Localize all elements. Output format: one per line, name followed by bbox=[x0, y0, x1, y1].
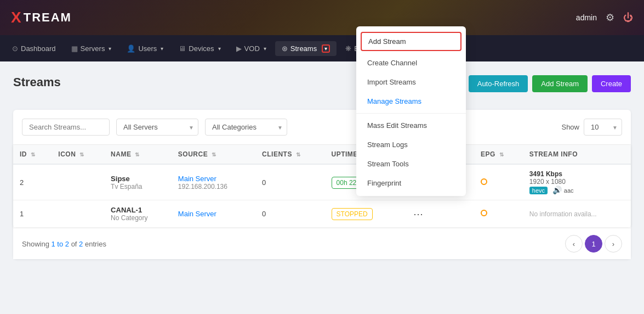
nav-devices[interactable]: 🖥 Devices ▾ bbox=[172, 41, 227, 56]
nav-streams[interactable]: ⊛ Streams ▾ bbox=[275, 41, 337, 56]
dropdown-add-stream[interactable]: Add Stream bbox=[361, 32, 461, 51]
cell-epg bbox=[474, 200, 523, 228]
devices-icon: 🖥 bbox=[179, 44, 186, 53]
col-clients[interactable]: CLIENTS ⇅ bbox=[255, 145, 324, 164]
create-button[interactable]: Create bbox=[592, 75, 631, 92]
table-container: ID ⇅ ICON ⇅ NAME ⇅ SOURCE ⇅ CLIENTS ⇅ UP… bbox=[13, 145, 631, 228]
stream-info: 3491 Kbps 1920 x 1080 hevc 🔊 aac bbox=[529, 170, 624, 194]
page-content: Streams 🔍 Auto-Refresh Add Stream Create… bbox=[0, 61, 644, 272]
auto-refresh-button[interactable]: Auto-Refresh bbox=[469, 75, 528, 92]
stream-name: Sipse bbox=[111, 175, 165, 183]
cell-icon bbox=[52, 200, 104, 228]
pagination-area: Showing 1 to 2 of 2 entries ‹ 1 › bbox=[13, 228, 631, 259]
dropdown-stream-tools[interactable]: Stream Tools bbox=[356, 154, 466, 173]
streams-table: ID ⇅ ICON ⇅ NAME ⇅ SOURCE ⇅ CLIENTS ⇅ UP… bbox=[13, 145, 631, 228]
col-stream-info: STREAM INFO bbox=[523, 145, 631, 164]
source-link[interactable]: Main Server bbox=[178, 175, 249, 183]
epg-status-dot bbox=[481, 178, 487, 185]
vod-icon: ▶ bbox=[236, 44, 242, 53]
cell-icon bbox=[52, 164, 104, 200]
bouquets-icon: ❋ bbox=[345, 44, 351, 53]
show-select-wrap: 10 25 50 100 bbox=[584, 119, 622, 136]
nav-vod[interactable]: ▶ VOD ▾ bbox=[230, 41, 273, 56]
col-name[interactable]: NAME ⇅ bbox=[104, 145, 172, 164]
nav-dashboard[interactable]: ⊙ Dashboard bbox=[5, 41, 62, 56]
source-ip: 192.168.200.136 bbox=[178, 183, 249, 190]
cell-id: 2 bbox=[13, 164, 52, 200]
total-entries: 2 bbox=[79, 240, 83, 248]
nav-devices-label: Devices bbox=[189, 44, 214, 53]
page-1-button[interactable]: 1 bbox=[585, 235, 602, 253]
server-select-wrap: All Servers Main Server bbox=[116, 119, 198, 136]
header: X TREAM admin ⚙ ⏻ bbox=[0, 0, 644, 35]
source-link[interactable]: Main Server bbox=[178, 210, 249, 218]
resolution: 1920 x 1080 bbox=[529, 178, 566, 186]
show-select[interactable]: 10 25 50 100 bbox=[584, 119, 622, 136]
nav: ⊙ Dashboard ▦ Servers ▾ 👤 Users ▾ 🖥 Devi… bbox=[0, 35, 644, 61]
category-select[interactable]: All Categories bbox=[205, 119, 287, 136]
audio-icon: 🔊 bbox=[552, 186, 562, 194]
vod-chevron: ▾ bbox=[264, 46, 266, 52]
stream-sub: Tv España bbox=[111, 183, 165, 190]
search-input[interactable] bbox=[22, 119, 110, 136]
nav-users-label: Users bbox=[138, 44, 157, 53]
cell-source: Main Server bbox=[172, 200, 255, 228]
show-label: Show bbox=[561, 123, 579, 131]
codec-badge: hevc bbox=[529, 187, 548, 194]
cell-id: 1 bbox=[13, 200, 52, 228]
action-icon[interactable]: ⋯ bbox=[413, 209, 423, 220]
dropdown-stream-logs[interactable]: Stream Logs bbox=[356, 135, 466, 154]
next-page-button[interactable]: › bbox=[605, 235, 622, 253]
dashboard-icon: ⊙ bbox=[12, 44, 18, 53]
col-epg[interactable]: EPG ⇅ bbox=[474, 145, 523, 164]
dropdown-create-channel[interactable]: Create Channel bbox=[356, 53, 466, 72]
col-id[interactable]: ID ⇅ bbox=[13, 145, 52, 164]
cell-server-action: ⋯ bbox=[407, 200, 474, 228]
stream-name: CANAL-1 bbox=[111, 206, 165, 214]
table-header-row: ID ⇅ ICON ⇅ NAME ⇅ SOURCE ⇅ CLIENTS ⇅ UP… bbox=[13, 145, 631, 164]
category-select-wrap: All Categories bbox=[205, 119, 287, 136]
streams-chevron[interactable]: ▾ bbox=[322, 44, 330, 53]
of-text: of bbox=[71, 240, 79, 248]
dropdown-fingerprint[interactable]: Fingerprint bbox=[356, 173, 466, 193]
nav-vod-label: VOD bbox=[244, 44, 260, 53]
col-icon[interactable]: ICON ⇅ bbox=[52, 145, 104, 164]
logo-x: X bbox=[11, 9, 22, 26]
users-chevron: ▾ bbox=[161, 46, 163, 52]
add-stream-button[interactable]: Add Stream bbox=[532, 75, 588, 92]
showing-text: Showing bbox=[22, 240, 51, 248]
cell-name: Sipse Tv España bbox=[104, 164, 172, 200]
audio-codec: aac bbox=[564, 187, 574, 194]
dropdown-mass-edit[interactable]: Mass Edit Streams bbox=[356, 116, 466, 135]
logo: X TREAM bbox=[11, 9, 72, 26]
server-select[interactable]: All Servers Main Server bbox=[116, 119, 198, 136]
pagination-info: Showing 1 to 2 of 2 entries bbox=[22, 240, 106, 248]
servers-icon: ▦ bbox=[71, 44, 78, 53]
no-info: No information availa... bbox=[529, 210, 597, 218]
cell-epg bbox=[474, 164, 523, 200]
power-icon[interactable]: ⏻ bbox=[623, 12, 633, 24]
table-row: 1 CANAL-1 No Category Main Server 0 STOP… bbox=[13, 200, 631, 228]
col-source[interactable]: SOURCE ⇅ bbox=[172, 145, 255, 164]
cell-name: CANAL-1 No Category bbox=[104, 200, 172, 228]
nav-users[interactable]: 👤 Users ▾ bbox=[120, 41, 170, 56]
cell-stream-info: No information availa... bbox=[523, 200, 631, 228]
stream-sub: No Category bbox=[111, 214, 165, 222]
logo-text: TREAM bbox=[24, 10, 72, 25]
cell-stream-info: 3491 Kbps 1920 x 1080 hevc 🔊 aac bbox=[523, 164, 631, 200]
filter-row: All Servers Main Server All Categories S… bbox=[22, 119, 622, 136]
action-bar: 🔍 Auto-Refresh Add Stream Create bbox=[442, 75, 631, 92]
nav-dashboard-label: Dashboard bbox=[21, 44, 56, 53]
nav-servers[interactable]: ▦ Servers ▾ bbox=[65, 41, 118, 56]
dropdown-import-streams[interactable]: Import Streams bbox=[356, 72, 466, 92]
dropdown-manage-streams[interactable]: Manage Streams bbox=[356, 92, 466, 111]
pagination-controls: ‹ 1 › bbox=[565, 235, 622, 253]
showing-range: 1 to 2 bbox=[51, 240, 69, 248]
entries-text: entries bbox=[85, 240, 106, 248]
prev-page-button[interactable]: ‹ bbox=[565, 235, 583, 253]
devices-chevron: ▾ bbox=[218, 46, 221, 52]
settings-icon[interactable]: ⚙ bbox=[606, 12, 614, 24]
nav-streams-label: Streams bbox=[290, 44, 317, 53]
table-row: 2 Sipse Tv España Main Server 192.168.20… bbox=[13, 164, 631, 200]
dropdown-divider bbox=[356, 113, 466, 114]
